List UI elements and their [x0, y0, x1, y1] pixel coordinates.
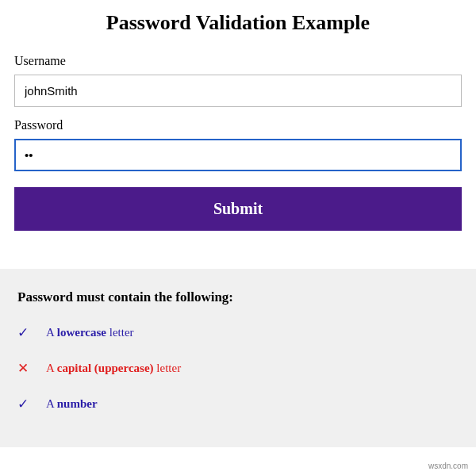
page-title: Password Validation Example	[14, 11, 462, 35]
requirement-text: A capital (uppercase) letter	[46, 362, 181, 375]
requirement-text: A lowercase letter	[46, 326, 134, 339]
requirements-panel: Password must contain the following: ✓ A…	[0, 269, 476, 447]
username-label: Username	[14, 54, 462, 68]
password-label: Password	[14, 118, 462, 132]
cross-icon: ✕	[17, 360, 46, 377]
requirement-lowercase: ✓ A lowercase letter	[17, 324, 459, 341]
password-input[interactable]	[14, 139, 462, 171]
check-icon: ✓	[17, 324, 46, 341]
submit-button[interactable]: Submit	[14, 187, 462, 231]
requirement-uppercase: ✕ A capital (uppercase) letter	[17, 360, 459, 377]
watermark: wsxdn.com	[428, 462, 468, 470]
requirement-number: ✓ A number	[17, 396, 459, 412]
check-icon: ✓	[17, 396, 46, 412]
requirements-title: Password must contain the following:	[17, 289, 459, 305]
username-input[interactable]	[14, 75, 462, 107]
requirement-text: A number	[46, 397, 98, 411]
